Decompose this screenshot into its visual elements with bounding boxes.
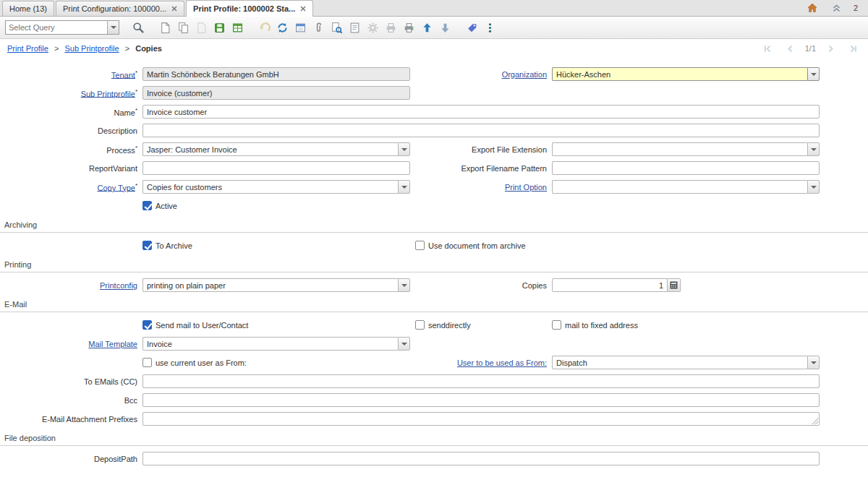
active-checkbox[interactable]: Active (142, 201, 410, 210)
new-record-icon (159, 22, 171, 34)
close-tab-button[interactable] (171, 6, 177, 12)
double-chevron-up-icon (832, 4, 841, 13)
user-to-be-used-as-from-value[interactable]: Dispatch (552, 356, 807, 369)
calculator-button[interactable] (668, 278, 681, 292)
to-emails-cc-field[interactable] (142, 374, 820, 388)
save-button[interactable] (211, 20, 227, 35)
first-record-button[interactable] (760, 40, 776, 56)
printconfig-value[interactable]: printing on plain paper (142, 278, 398, 292)
print-option-value[interactable] (552, 180, 807, 194)
reportvariant-field[interactable] (142, 161, 410, 175)
copy-type-combo[interactable]: Copies for customers (142, 180, 410, 194)
last-record-button[interactable] (845, 40, 861, 56)
print-option-dropdown-button[interactable] (807, 180, 820, 194)
depositpath-field[interactable] (142, 452, 820, 465)
use-current-user-as-from-checkbox[interactable]: use current user as From: (142, 358, 410, 367)
tenant-label[interactable]: Tenant* (0, 69, 137, 80)
email-attachment-prefixes-field[interactable] (142, 412, 820, 426)
import-button[interactable] (437, 20, 453, 35)
user-to-be-used-as-from-combo[interactable]: Dispatch (552, 356, 820, 369)
printconfig-dropdown-button[interactable] (398, 278, 410, 292)
checkbox-box-icon (415, 320, 425, 330)
copies-field[interactable]: 1 (552, 278, 668, 292)
senddirectly-checkbox[interactable]: senddirectly (415, 320, 547, 330)
home-button[interactable] (804, 0, 820, 16)
zoom-across-icon (331, 22, 343, 34)
tab-home[interactable]: Home (13) (2, 1, 54, 16)
breadcrumb-separator: > (54, 44, 59, 53)
print-option-label[interactable]: Print Option (415, 183, 547, 192)
bcc-field[interactable] (142, 393, 820, 407)
export-file-extension-combo[interactable] (552, 142, 820, 156)
export-file-extension-dropdown-button[interactable] (807, 142, 820, 156)
select-query-dropdown-button[interactable] (107, 21, 119, 34)
next-record-button[interactable] (822, 40, 838, 56)
name-field[interactable]: Invoice customer (142, 105, 820, 119)
export-file-extension-value[interactable] (552, 142, 807, 156)
report-window-button[interactable] (292, 20, 308, 35)
user-to-be-used-as-from-label[interactable]: User to be used as From: (415, 359, 547, 367)
previous-record-button[interactable] (783, 40, 799, 56)
toggle-grid-icon (231, 22, 244, 34)
previous-record-icon (786, 44, 795, 53)
mail-to-fixed-address-checkbox[interactable]: mail to fixed address (552, 320, 820, 330)
more-options-button[interactable] (482, 20, 498, 35)
description-field[interactable] (142, 124, 820, 137)
breadcrumb-print-profile[interactable]: Print Profile (7, 44, 48, 53)
mail-template-value[interactable]: Invoice (142, 337, 398, 351)
organization-combo[interactable]: Hücker-Aschen (552, 67, 820, 81)
mail-to-fixed-address-checkbox-label: mail to fixed address (565, 321, 638, 330)
label-button[interactable] (464, 20, 480, 35)
organization-dropdown-button[interactable] (807, 67, 820, 81)
select-query-input[interactable] (6, 21, 107, 34)
export-button[interactable] (419, 20, 435, 35)
send-mail-to-user-checkbox[interactable]: Send mail to User/Contact (142, 320, 410, 330)
process-dropdown-button[interactable] (398, 142, 410, 156)
header-right-controls: 2 (804, 0, 868, 16)
tab-print-profile[interactable]: Print Profile: 1000002 Sta... (186, 0, 313, 17)
user-to-be-used-as-from-dropdown-button[interactable] (807, 356, 820, 369)
form-row: Sub Printprofile* Invoice (customer) (0, 86, 868, 100)
requery-button[interactable] (274, 20, 290, 35)
notes-button[interactable] (346, 20, 362, 35)
print-icon (403, 22, 415, 34)
organization-label[interactable]: Organization (415, 70, 547, 79)
section-email: E-Mail (0, 299, 868, 312)
mail-template-combo[interactable]: Invoice (142, 337, 410, 351)
notes-icon (349, 22, 361, 34)
export-file-extension-label: Export File Extension (415, 145, 547, 154)
use-document-from-archive-checkbox[interactable]: Use document from archive (415, 241, 547, 250)
to-archive-checkbox[interactable]: To Archive (142, 241, 410, 250)
print-preview-button[interactable] (383, 20, 399, 35)
next-record-icon (826, 44, 835, 53)
mail-template-label[interactable]: Mail Template (0, 340, 137, 348)
close-tab-button[interactable] (300, 6, 306, 12)
copy-type-value[interactable]: Copies for customers (142, 180, 398, 194)
process-combo[interactable]: Jasper: Customer Invoice (142, 142, 410, 156)
copy-type-label[interactable]: Copy Type* (0, 182, 137, 192)
copy-record-button[interactable] (175, 20, 191, 35)
attachment-button[interactable] (310, 20, 326, 35)
tab-print-configuration[interactable]: Print Configuration: 100000... (56, 1, 184, 16)
notification-count[interactable]: 2 (854, 4, 858, 12)
find-button[interactable] (130, 20, 146, 35)
copy-type-dropdown-button[interactable] (398, 180, 410, 194)
print-option-combo[interactable] (552, 180, 820, 194)
tab-label: Home (13) (9, 4, 47, 13)
resize-handle-icon[interactable] (811, 417, 818, 424)
print-button[interactable] (401, 20, 417, 35)
form-row: Description (0, 124, 868, 137)
sub-printprofile-label[interactable]: Sub Printprofile* (0, 88, 137, 98)
breadcrumb-sub-printprofile[interactable]: Sub Printprofile (64, 44, 119, 53)
mail-template-dropdown-button[interactable] (398, 337, 410, 351)
printconfig-label[interactable]: Printconfig (0, 281, 137, 290)
form-row: Process* Jasper: Customer Invoice Export… (0, 142, 868, 156)
organization-value[interactable]: Hücker-Aschen (552, 67, 807, 81)
new-record-button[interactable] (157, 20, 173, 35)
printconfig-combo[interactable]: printing on plain paper (142, 278, 410, 292)
zoom-across-button[interactable] (328, 20, 344, 35)
toggle-grid-button[interactable] (229, 20, 245, 35)
export-filename-pattern-field[interactable] (552, 161, 820, 175)
process-value[interactable]: Jasper: Customer Invoice (142, 142, 398, 156)
collapse-header-button[interactable] (829, 0, 845, 16)
